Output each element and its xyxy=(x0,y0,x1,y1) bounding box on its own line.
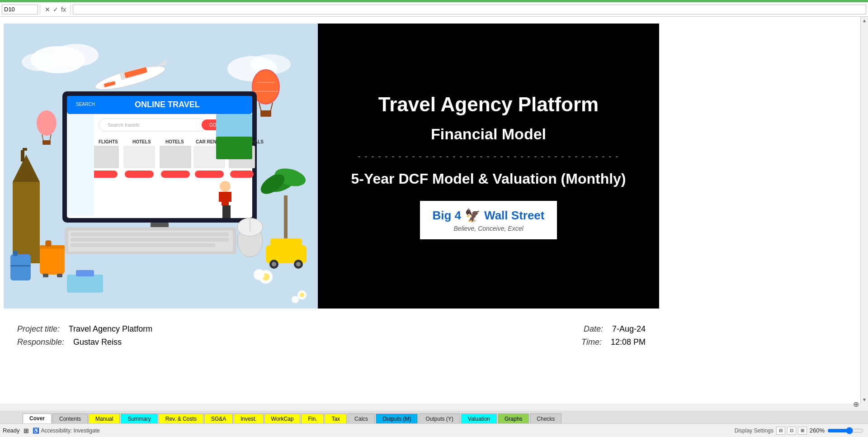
logo-wallst: Wall Street xyxy=(484,209,544,223)
formula-separator xyxy=(40,5,40,14)
svg-text:Search travels: Search travels xyxy=(108,122,140,128)
svg-rect-83 xyxy=(226,205,231,218)
logo-eagle-icon: 🦅 xyxy=(465,208,481,223)
project-value: Travel Agency Platform xyxy=(69,324,152,333)
svg-rect-43 xyxy=(125,171,154,178)
status-accessibility[interactable]: ♿ Accessibility: Investigate xyxy=(33,428,100,434)
svg-rect-56 xyxy=(71,243,215,247)
svg-point-78 xyxy=(220,181,231,192)
vertical-scrollbar[interactable]: ▲ ▼ xyxy=(860,17,868,404)
svg-rect-70 xyxy=(76,270,94,276)
tab-calcs[interactable]: Calcs xyxy=(348,413,375,423)
cover-divider: - - - - - - - - - - - - - - - - - - - - … xyxy=(351,152,626,162)
confirm-icon[interactable]: ✓ xyxy=(53,6,58,13)
time-info: Time: 12:08 PM xyxy=(581,337,646,347)
svg-point-88 xyxy=(300,293,304,297)
top-accent-bar xyxy=(0,0,868,2)
responsible-label: Responsible: xyxy=(17,337,64,347)
cover-text-panel: Travel Agency Platform Financial Model -… xyxy=(318,24,659,309)
cover-subtitle: Financial Model xyxy=(431,125,546,143)
logo-tagline: Believe, Conceive, Excel xyxy=(453,225,523,232)
page-break-icon[interactable]: ⊞ xyxy=(798,427,807,435)
svg-rect-65 xyxy=(40,245,65,249)
svg-rect-49 xyxy=(216,137,252,159)
add-sheet-button[interactable]: ⊕ xyxy=(853,400,859,408)
svg-text:ONLINE TRAVEL: ONLINE TRAVEL xyxy=(135,100,200,109)
tab-valuation[interactable]: Valuation xyxy=(461,413,497,423)
cover-image: ONLINE TRAVEL SEARCH Search travels GO. … xyxy=(4,24,318,309)
cover-title: Travel Agency Platform xyxy=(378,93,599,117)
tab-summary[interactable]: Summary xyxy=(121,413,157,423)
project-info: Project title: Travel Agency Platform xyxy=(17,324,152,334)
scroll-track[interactable] xyxy=(861,24,868,396)
logo-big4: Big 4 xyxy=(433,209,462,223)
cancel-icon[interactable]: ✕ xyxy=(45,6,50,13)
svg-rect-45 xyxy=(195,171,224,178)
status-bar: Ready ⊞ ♿ Accessibility: Investigate Dis… xyxy=(0,423,868,437)
formula-icons: ✕ ✓ fx xyxy=(42,6,69,13)
info-row-responsible: Responsible: Gustav Reiss Time: 12:08 PM xyxy=(17,337,646,347)
tab-outputs-m[interactable]: Outputs (M) xyxy=(376,413,418,423)
svg-text:HOTELS: HOTELS xyxy=(132,139,151,144)
svg-rect-86 xyxy=(10,265,31,266)
svg-rect-67 xyxy=(43,274,48,277)
svg-rect-69 xyxy=(67,275,103,293)
accessibility-icon: ♿ xyxy=(33,428,39,434)
scroll-down-arrow[interactable]: ▼ xyxy=(861,396,868,404)
svg-rect-39 xyxy=(160,146,191,168)
svg-rect-85 xyxy=(13,251,18,256)
svg-rect-38 xyxy=(123,146,155,168)
sheet-tabs-bar: Cover Contents Manual Summary Rev. & Cos… xyxy=(0,411,868,423)
svg-rect-81 xyxy=(228,192,231,202)
zoom-level: 260% xyxy=(810,427,825,434)
tab-fin[interactable]: Fin. xyxy=(301,413,324,423)
tab-cover[interactable]: Cover xyxy=(23,413,52,423)
svg-text:FLIGHTS: FLIGHTS xyxy=(99,139,118,144)
tab-tax[interactable]: Tax xyxy=(325,413,347,423)
status-right: Display Settings ⊟ ⊡ ⊞ 260% xyxy=(735,427,868,435)
tab-workcap[interactable]: WorkCap xyxy=(264,413,301,423)
tab-rev-costs[interactable]: Rev. & Costs xyxy=(159,413,203,423)
svg-rect-22 xyxy=(42,140,51,145)
formula-separator-2 xyxy=(71,5,71,14)
normal-view-icon[interactable]: ⊟ xyxy=(776,427,785,435)
svg-rect-66 xyxy=(46,241,51,246)
svg-point-95 xyxy=(296,262,301,266)
date-value: 7-Aug-24 xyxy=(612,324,646,333)
tab-invest[interactable]: Invest. xyxy=(234,413,263,423)
cover-model-type: 5-Year DCF Model & Valuation (Monthly) xyxy=(351,171,626,187)
tab-contents[interactable]: Contents xyxy=(52,413,88,423)
display-settings[interactable]: Display Settings xyxy=(735,428,774,434)
tab-outputs-y[interactable]: Outputs (Y) xyxy=(419,413,460,423)
page-layout-icon[interactable]: ⊡ xyxy=(787,427,796,435)
svg-point-2 xyxy=(53,44,99,66)
svg-rect-79 xyxy=(222,192,229,205)
svg-rect-44 xyxy=(161,171,190,178)
svg-rect-46 xyxy=(230,171,254,178)
fx-icon[interactable]: fx xyxy=(61,6,66,13)
cover-slide: ONLINE TRAVEL SEARCH Search travels GO. … xyxy=(4,24,659,309)
status-left: Ready ⊞ ♿ Accessibility: Investigate xyxy=(0,427,100,434)
tab-graphs[interactable]: Graphs xyxy=(498,413,529,423)
tab-checks[interactable]: Checks xyxy=(530,413,561,423)
formula-input[interactable] xyxy=(73,5,866,14)
project-label: Project title: xyxy=(17,324,60,333)
tab-sga[interactable]: SG&A xyxy=(204,413,233,423)
cell-reference[interactable]: D10 xyxy=(2,5,38,14)
workbook-stats-icon: ⊞ xyxy=(24,427,29,434)
scroll-up-arrow[interactable]: ▲ xyxy=(861,17,868,24)
svg-text:SEARCH: SEARCH xyxy=(76,102,95,107)
svg-point-94 xyxy=(272,262,276,266)
cover-logo: Big 4 🦅 Wall Street Believe, Conceive, E… xyxy=(420,201,557,239)
svg-rect-84 xyxy=(10,254,31,280)
formula-bar: D10 ✕ ✓ fx xyxy=(0,2,868,17)
date-info: Date: 7-Aug-24 xyxy=(584,324,646,334)
info-area: Project title: Travel Agency Platform Da… xyxy=(4,315,659,360)
tab-manual[interactable]: Manual xyxy=(89,413,120,423)
zoom-slider[interactable] xyxy=(827,427,863,434)
status-ready: Ready xyxy=(3,427,20,434)
svg-rect-68 xyxy=(57,274,62,277)
responsible-info: Responsible: Gustav Reiss xyxy=(17,337,122,347)
svg-text:HOTELS: HOTELS xyxy=(165,139,184,144)
time-label: Time: xyxy=(581,337,602,347)
